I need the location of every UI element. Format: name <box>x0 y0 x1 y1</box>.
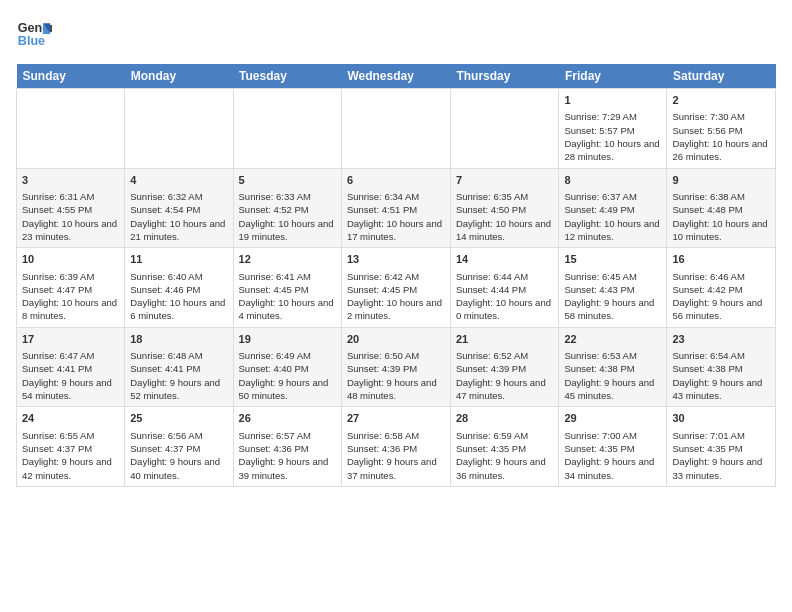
day-cell <box>233 89 341 169</box>
day-info: Sunrise: 6:47 AM Sunset: 4:41 PM Dayligh… <box>22 349 119 402</box>
day-cell: 22Sunrise: 6:53 AM Sunset: 4:38 PM Dayli… <box>559 327 667 407</box>
header-cell-thursday: Thursday <box>450 64 559 89</box>
header-cell-sunday: Sunday <box>17 64 125 89</box>
day-number: 7 <box>456 173 554 188</box>
svg-text:Blue: Blue <box>18 34 45 48</box>
day-info: Sunrise: 6:39 AM Sunset: 4:47 PM Dayligh… <box>22 270 119 323</box>
day-info: Sunrise: 7:01 AM Sunset: 4:35 PM Dayligh… <box>672 429 770 482</box>
day-info: Sunrise: 6:32 AM Sunset: 4:54 PM Dayligh… <box>130 190 227 243</box>
day-number: 19 <box>239 332 336 347</box>
day-info: Sunrise: 6:49 AM Sunset: 4:40 PM Dayligh… <box>239 349 336 402</box>
day-number: 18 <box>130 332 227 347</box>
day-cell: 13Sunrise: 6:42 AM Sunset: 4:45 PM Dayli… <box>341 248 450 328</box>
day-number: 30 <box>672 411 770 426</box>
day-number: 20 <box>347 332 445 347</box>
day-number: 27 <box>347 411 445 426</box>
day-info: Sunrise: 7:29 AM Sunset: 5:57 PM Dayligh… <box>564 110 661 163</box>
day-cell: 10Sunrise: 6:39 AM Sunset: 4:47 PM Dayli… <box>17 248 125 328</box>
day-info: Sunrise: 6:48 AM Sunset: 4:41 PM Dayligh… <box>130 349 227 402</box>
day-cell: 5Sunrise: 6:33 AM Sunset: 4:52 PM Daylig… <box>233 168 341 248</box>
day-number: 11 <box>130 252 227 267</box>
day-info: Sunrise: 6:34 AM Sunset: 4:51 PM Dayligh… <box>347 190 445 243</box>
day-cell: 2Sunrise: 7:30 AM Sunset: 5:56 PM Daylig… <box>667 89 776 169</box>
day-cell: 29Sunrise: 7:00 AM Sunset: 4:35 PM Dayli… <box>559 407 667 487</box>
day-info: Sunrise: 6:42 AM Sunset: 4:45 PM Dayligh… <box>347 270 445 323</box>
day-cell: 19Sunrise: 6:49 AM Sunset: 4:40 PM Dayli… <box>233 327 341 407</box>
logo-icon: General Blue <box>16 16 52 52</box>
day-number: 4 <box>130 173 227 188</box>
day-info: Sunrise: 6:58 AM Sunset: 4:36 PM Dayligh… <box>347 429 445 482</box>
day-info: Sunrise: 6:37 AM Sunset: 4:49 PM Dayligh… <box>564 190 661 243</box>
day-number: 24 <box>22 411 119 426</box>
day-cell: 23Sunrise: 6:54 AM Sunset: 4:38 PM Dayli… <box>667 327 776 407</box>
day-info: Sunrise: 6:57 AM Sunset: 4:36 PM Dayligh… <box>239 429 336 482</box>
day-number: 10 <box>22 252 119 267</box>
day-info: Sunrise: 7:00 AM Sunset: 4:35 PM Dayligh… <box>564 429 661 482</box>
calendar-header: SundayMondayTuesdayWednesdayThursdayFrid… <box>17 64 776 89</box>
day-cell: 3Sunrise: 6:31 AM Sunset: 4:55 PM Daylig… <box>17 168 125 248</box>
day-cell: 27Sunrise: 6:58 AM Sunset: 4:36 PM Dayli… <box>341 407 450 487</box>
day-cell: 1Sunrise: 7:29 AM Sunset: 5:57 PM Daylig… <box>559 89 667 169</box>
day-number: 5 <box>239 173 336 188</box>
day-number: 6 <box>347 173 445 188</box>
day-cell: 12Sunrise: 6:41 AM Sunset: 4:45 PM Dayli… <box>233 248 341 328</box>
day-info: Sunrise: 6:55 AM Sunset: 4:37 PM Dayligh… <box>22 429 119 482</box>
header-cell-tuesday: Tuesday <box>233 64 341 89</box>
day-cell: 9Sunrise: 6:38 AM Sunset: 4:48 PM Daylig… <box>667 168 776 248</box>
day-number: 29 <box>564 411 661 426</box>
day-number: 15 <box>564 252 661 267</box>
day-cell <box>125 89 233 169</box>
day-cell: 21Sunrise: 6:52 AM Sunset: 4:39 PM Dayli… <box>450 327 559 407</box>
day-number: 1 <box>564 93 661 108</box>
day-info: Sunrise: 6:56 AM Sunset: 4:37 PM Dayligh… <box>130 429 227 482</box>
day-number: 9 <box>672 173 770 188</box>
day-cell: 24Sunrise: 6:55 AM Sunset: 4:37 PM Dayli… <box>17 407 125 487</box>
header-cell-friday: Friday <box>559 64 667 89</box>
logo: General Blue <box>16 16 56 52</box>
week-row-2: 10Sunrise: 6:39 AM Sunset: 4:47 PM Dayli… <box>17 248 776 328</box>
day-number: 21 <box>456 332 554 347</box>
day-cell: 25Sunrise: 6:56 AM Sunset: 4:37 PM Dayli… <box>125 407 233 487</box>
header-row: SundayMondayTuesdayWednesdayThursdayFrid… <box>17 64 776 89</box>
day-cell <box>17 89 125 169</box>
day-info: Sunrise: 6:45 AM Sunset: 4:43 PM Dayligh… <box>564 270 661 323</box>
day-info: Sunrise: 6:59 AM Sunset: 4:35 PM Dayligh… <box>456 429 554 482</box>
day-cell: 30Sunrise: 7:01 AM Sunset: 4:35 PM Dayli… <box>667 407 776 487</box>
day-number: 26 <box>239 411 336 426</box>
week-row-0: 1Sunrise: 7:29 AM Sunset: 5:57 PM Daylig… <box>17 89 776 169</box>
day-number: 23 <box>672 332 770 347</box>
day-info: Sunrise: 6:38 AM Sunset: 4:48 PM Dayligh… <box>672 190 770 243</box>
calendar-table: SundayMondayTuesdayWednesdayThursdayFrid… <box>16 64 776 487</box>
day-cell: 6Sunrise: 6:34 AM Sunset: 4:51 PM Daylig… <box>341 168 450 248</box>
day-cell: 8Sunrise: 6:37 AM Sunset: 4:49 PM Daylig… <box>559 168 667 248</box>
week-row-4: 24Sunrise: 6:55 AM Sunset: 4:37 PM Dayli… <box>17 407 776 487</box>
day-cell <box>341 89 450 169</box>
day-cell: 7Sunrise: 6:35 AM Sunset: 4:50 PM Daylig… <box>450 168 559 248</box>
day-cell: 16Sunrise: 6:46 AM Sunset: 4:42 PM Dayli… <box>667 248 776 328</box>
day-cell: 15Sunrise: 6:45 AM Sunset: 4:43 PM Dayli… <box>559 248 667 328</box>
day-cell: 11Sunrise: 6:40 AM Sunset: 4:46 PM Dayli… <box>125 248 233 328</box>
day-number: 25 <box>130 411 227 426</box>
day-cell: 18Sunrise: 6:48 AM Sunset: 4:41 PM Dayli… <box>125 327 233 407</box>
day-cell: 4Sunrise: 6:32 AM Sunset: 4:54 PM Daylig… <box>125 168 233 248</box>
header-cell-monday: Monday <box>125 64 233 89</box>
day-info: Sunrise: 6:33 AM Sunset: 4:52 PM Dayligh… <box>239 190 336 243</box>
day-info: Sunrise: 7:30 AM Sunset: 5:56 PM Dayligh… <box>672 110 770 163</box>
day-cell <box>450 89 559 169</box>
calendar-body: 1Sunrise: 7:29 AM Sunset: 5:57 PM Daylig… <box>17 89 776 487</box>
week-row-3: 17Sunrise: 6:47 AM Sunset: 4:41 PM Dayli… <box>17 327 776 407</box>
day-number: 12 <box>239 252 336 267</box>
week-row-1: 3Sunrise: 6:31 AM Sunset: 4:55 PM Daylig… <box>17 168 776 248</box>
day-info: Sunrise: 6:40 AM Sunset: 4:46 PM Dayligh… <box>130 270 227 323</box>
day-cell: 28Sunrise: 6:59 AM Sunset: 4:35 PM Dayli… <box>450 407 559 487</box>
day-number: 22 <box>564 332 661 347</box>
day-info: Sunrise: 6:54 AM Sunset: 4:38 PM Dayligh… <box>672 349 770 402</box>
day-number: 28 <box>456 411 554 426</box>
day-info: Sunrise: 6:31 AM Sunset: 4:55 PM Dayligh… <box>22 190 119 243</box>
day-info: Sunrise: 6:50 AM Sunset: 4:39 PM Dayligh… <box>347 349 445 402</box>
day-number: 3 <box>22 173 119 188</box>
day-info: Sunrise: 6:46 AM Sunset: 4:42 PM Dayligh… <box>672 270 770 323</box>
day-number: 17 <box>22 332 119 347</box>
day-info: Sunrise: 6:44 AM Sunset: 4:44 PM Dayligh… <box>456 270 554 323</box>
day-cell: 17Sunrise: 6:47 AM Sunset: 4:41 PM Dayli… <box>17 327 125 407</box>
